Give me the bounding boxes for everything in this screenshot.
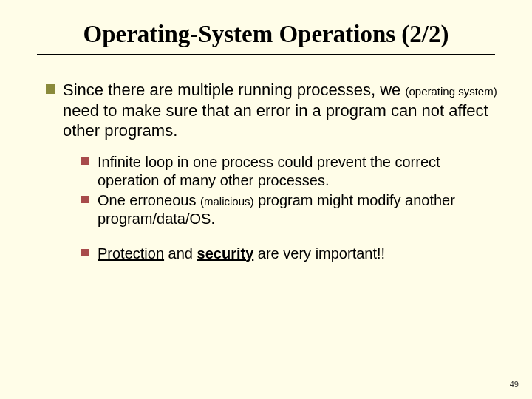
slide: Operating-System Operations (2/2) Since …	[0, 0, 532, 399]
underline-text: Protection	[98, 245, 164, 262]
paren-text: (operating system)	[405, 85, 497, 98]
text-part: Since there are multiple running process…	[63, 81, 405, 99]
slide-body: Since there are multiple running process…	[46, 80, 502, 263]
bullet-text: Since there are multiple running process…	[63, 80, 502, 141]
bullet-text: Infinite loop in one process could preve…	[98, 153, 502, 190]
square-bullet-icon	[46, 84, 55, 94]
bullet-level2: Infinite loop in one process could preve…	[81, 153, 502, 190]
text-part: are very important!!	[253, 245, 385, 262]
bullet-text: One erroneous (malicious) program might …	[98, 191, 502, 228]
underline-bold-text: security	[197, 245, 254, 262]
square-bullet-icon	[81, 196, 89, 203]
bullet-level1: Since there are multiple running process…	[46, 80, 502, 141]
page-number: 49	[510, 380, 519, 389]
text-part: and	[164, 245, 197, 262]
text-part: need to make sure that an error in a pro…	[63, 101, 488, 140]
bullet-level2: One erroneous (malicious) program might …	[81, 191, 502, 228]
square-bullet-icon	[81, 249, 89, 256]
slide-title: Operating-System Operations (2/2)	[37, 0, 495, 55]
sub-bullets: Infinite loop in one process could preve…	[81, 153, 502, 263]
bullet-level2: Protection and security are very importa…	[81, 245, 502, 263]
square-bullet-icon	[81, 157, 89, 165]
paren-text: (malicious)	[200, 195, 254, 208]
text-part: One erroneous	[98, 192, 200, 208]
spacer	[81, 228, 502, 245]
bullet-text: Protection and security are very importa…	[98, 245, 385, 263]
